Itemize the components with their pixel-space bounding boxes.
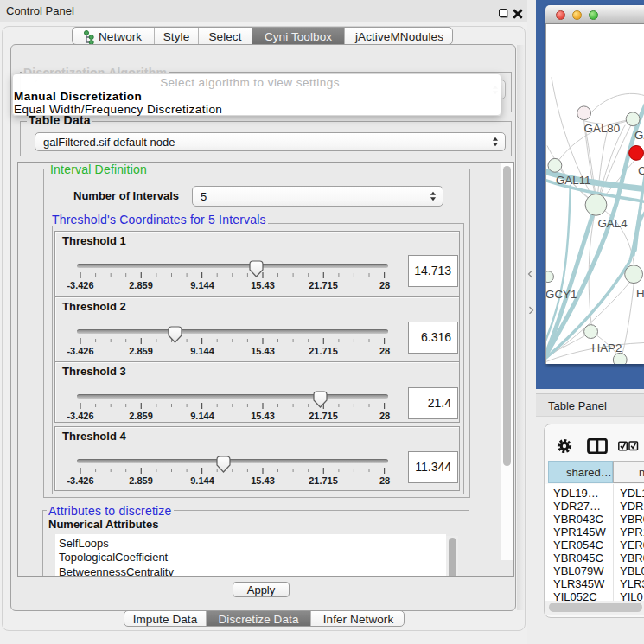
svg-text:GAL11: GAL11 xyxy=(556,174,591,187)
svg-text:GAL4: GAL4 xyxy=(597,217,628,230)
svg-text:C: C xyxy=(638,164,644,177)
svg-text:GA: GA xyxy=(634,129,644,142)
svg-text:H: H xyxy=(636,287,644,300)
svg-text:GAL80: GAL80 xyxy=(584,122,621,135)
svg-text:GCY1: GCY1 xyxy=(545,288,577,301)
svg-text:HAP2: HAP2 xyxy=(592,341,622,354)
